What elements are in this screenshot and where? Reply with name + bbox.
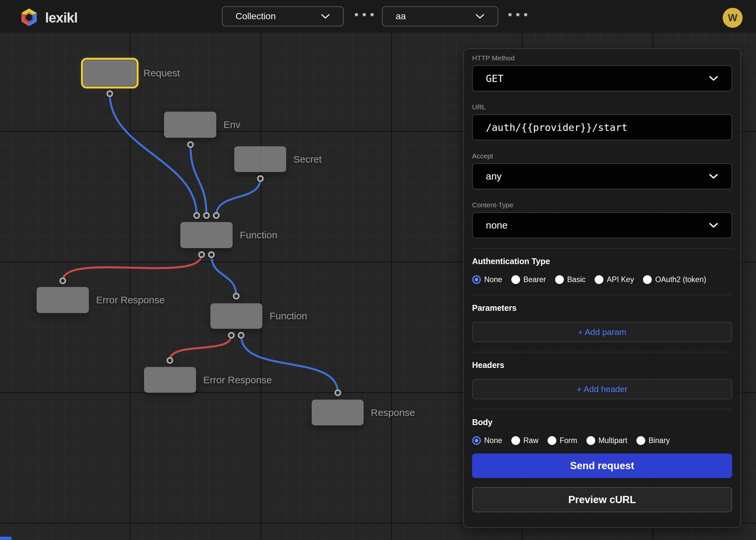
radio-unselected-icon[interactable] bbox=[555, 275, 564, 284]
radio-option-basic[interactable]: Basic bbox=[555, 275, 585, 284]
radio-unselected-icon[interactable] bbox=[595, 275, 603, 284]
edge-red[interactable] bbox=[170, 335, 231, 360]
node-response[interactable] bbox=[312, 400, 364, 425]
headers-heading: Headers bbox=[472, 360, 732, 370]
port-env[interactable] bbox=[187, 141, 194, 148]
request-more-button[interactable] bbox=[508, 13, 527, 16]
radio-label: None bbox=[484, 275, 502, 284]
preview-curl-button[interactable]: Preview cURL bbox=[472, 487, 732, 512]
chevron-down-icon bbox=[709, 173, 718, 180]
radio-option-form[interactable]: Form bbox=[548, 436, 577, 445]
divider bbox=[472, 248, 732, 248]
node-secret[interactable] bbox=[234, 146, 286, 172]
port-function2[interactable] bbox=[228, 332, 235, 339]
radio-option-none[interactable]: None bbox=[472, 436, 502, 445]
chevron-down-icon bbox=[321, 13, 330, 19]
port-response[interactable] bbox=[334, 389, 341, 396]
divider bbox=[472, 409, 732, 409]
send-request-button[interactable]: Send request bbox=[472, 454, 732, 478]
port-request[interactable] bbox=[106, 90, 113, 97]
radio-option-binary[interactable]: Binary bbox=[637, 436, 670, 445]
radio-label: Multipart bbox=[599, 436, 627, 445]
radio-label: None bbox=[484, 436, 502, 445]
node-function1[interactable] bbox=[180, 222, 233, 248]
edge-blue[interactable] bbox=[190, 145, 207, 215]
port-secret[interactable] bbox=[257, 175, 264, 182]
radio-label: OAuth2 (token) bbox=[655, 275, 706, 284]
radio-unselected-icon[interactable] bbox=[548, 436, 556, 445]
node-label-request: Request bbox=[143, 68, 180, 79]
content-type-label: Content-Type bbox=[472, 201, 732, 209]
canvas-scroll-indicator[interactable] bbox=[0, 537, 12, 540]
node-env[interactable] bbox=[164, 112, 216, 138]
collection-select[interactable]: Collection bbox=[222, 6, 344, 27]
request-select-value: aa bbox=[396, 11, 406, 22]
port-error1[interactable] bbox=[60, 278, 66, 284]
content-type-select[interactable]: none bbox=[472, 212, 732, 238]
node-request[interactable] bbox=[83, 60, 136, 86]
port-function2[interactable] bbox=[238, 332, 245, 339]
auth-type-heading: Authentication Type bbox=[472, 257, 732, 266]
port-function2[interactable] bbox=[233, 293, 240, 300]
edge-blue[interactable] bbox=[211, 255, 236, 296]
radio-label: Binary bbox=[649, 436, 670, 445]
radio-option-raw[interactable]: Raw bbox=[511, 436, 538, 445]
brand: lexikl bbox=[20, 7, 78, 29]
port-error2[interactable] bbox=[167, 357, 173, 364]
node-label-response: Response bbox=[371, 407, 415, 418]
http-method-select[interactable]: GET bbox=[472, 65, 732, 91]
auth-type-radio-group: NoneBearerBasicAPI KeyOAuth2 (token) bbox=[472, 274, 732, 285]
radio-option-none[interactable]: None bbox=[472, 275, 502, 284]
chevron-down-icon bbox=[475, 13, 484, 19]
port-function1[interactable] bbox=[203, 212, 210, 219]
collection-select-value: Collection bbox=[236, 11, 276, 22]
radio-selected-icon[interactable] bbox=[472, 436, 481, 445]
radio-option-api-key[interactable]: API Key bbox=[595, 275, 634, 284]
add-param-button[interactable]: + Add param bbox=[472, 322, 732, 342]
edge-blue[interactable] bbox=[216, 179, 261, 215]
port-function1[interactable] bbox=[193, 212, 200, 219]
body-radio-group: NoneRawFormMultipartBinary bbox=[472, 435, 732, 446]
node-label-secret: Secret bbox=[293, 154, 322, 165]
top-bar: lexikl Collection aa W bbox=[0, 0, 756, 33]
request-select[interactable]: aa bbox=[382, 6, 498, 27]
url-input[interactable] bbox=[472, 114, 732, 140]
body-heading: Body bbox=[472, 418, 732, 427]
parameters-heading: Parameters bbox=[472, 303, 732, 313]
chevron-down-icon bbox=[709, 222, 718, 228]
accept-select[interactable]: any bbox=[472, 163, 732, 189]
node-error2[interactable] bbox=[144, 367, 196, 393]
radio-option-oauth2-token[interactable]: OAuth2 (token) bbox=[643, 275, 706, 284]
radio-label: Basic bbox=[567, 275, 585, 284]
radio-unselected-icon[interactable] bbox=[643, 275, 652, 284]
node-label-function2: Function bbox=[270, 311, 307, 322]
radio-unselected-icon[interactable] bbox=[586, 436, 595, 445]
avatar-initial: W bbox=[728, 12, 737, 24]
divider bbox=[472, 352, 732, 352]
content-type-value: none bbox=[486, 220, 508, 231]
radio-label: Bearer bbox=[523, 275, 546, 284]
radio-selected-icon[interactable] bbox=[472, 275, 481, 284]
chevron-down-icon bbox=[709, 75, 718, 81]
port-function1[interactable] bbox=[213, 212, 220, 219]
http-method-label: HTTP Method bbox=[472, 54, 732, 62]
radio-option-bearer[interactable]: Bearer bbox=[511, 275, 546, 284]
radio-unselected-icon[interactable] bbox=[511, 275, 520, 284]
port-function1[interactable] bbox=[208, 251, 215, 258]
node-function2[interactable] bbox=[210, 303, 262, 329]
node-label-function1: Function bbox=[240, 229, 278, 241]
add-header-button[interactable]: + Add header bbox=[472, 379, 732, 399]
http-method-value: GET bbox=[486, 73, 503, 84]
collection-more-button[interactable] bbox=[355, 13, 374, 16]
accept-label: Accept bbox=[472, 152, 732, 160]
node-error1[interactable] bbox=[37, 287, 89, 313]
user-avatar[interactable]: W bbox=[723, 8, 743, 28]
node-label-error1: Error Response bbox=[96, 295, 165, 306]
port-function1[interactable] bbox=[198, 251, 205, 258]
radio-unselected-icon[interactable] bbox=[511, 436, 520, 445]
node-label-env: Env bbox=[224, 119, 241, 130]
edge-red[interactable] bbox=[63, 255, 202, 281]
radio-unselected-icon[interactable] bbox=[637, 436, 645, 445]
request-config-panel: HTTP Method GET URL Accept any Content-T… bbox=[463, 48, 741, 528]
radio-option-multipart[interactable]: Multipart bbox=[586, 436, 627, 445]
